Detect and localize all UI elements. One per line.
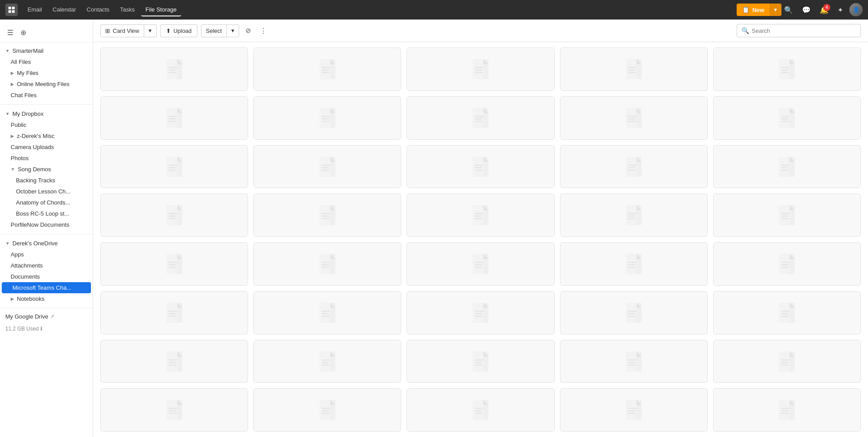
sidebar-item-z-derek[interactable]: ▶ z-Derek's Misc [0,130,93,142]
file-card[interactable]: ⋮ AustinRestaurants.txt [713,388,861,432]
app-icon[interactable] [5,4,18,16]
file-card[interactable]: ⋮ 026695; SMARTERTOO; G... 1.3 MB Privat… [253,47,401,91]
nav-email[interactable]: Email [23,4,47,16]
file-card[interactable]: ⋮ App_Store_Panel-2.png 544.4 KB Private [406,291,554,335]
file-card[interactable]: ⋮ 2023-04-20 09_0636.png 23.8 KB Private [100,145,248,189]
sidebar-item-myfiles[interactable]: ▶ My Files [0,67,93,79]
file-card[interactable]: ⋮ 7132020-authNet-refund.p... 285.2 KB P… [713,193,861,237]
sidebar-item-dropbox[interactable]: ▼ My Dropbox [0,108,93,119]
sidebar-item-attachments[interactable]: Attachments [0,260,93,271]
select-button[interactable]: Select [201,24,227,37]
svg-rect-45 [322,121,330,122]
file-card[interactable]: ⋮ App_Store_Panel-3.png 297.6 KB Private [560,291,708,335]
sidebar-item-backing-tracks[interactable]: Backing Tracks [0,175,93,186]
file-card[interactable]: ⋮ 2_GE3TQNRUG43TKMBTG... 2.9 KB Private [253,96,401,140]
file-card[interactable]: ⋮ 600px-lc_lock_outline_48p... 35.9 KB P… [406,193,554,237]
new-button-dropdown[interactable]: ▼ [769,4,781,16]
nav-tasks[interactable]: Tasks [116,4,139,16]
file-card[interactable]: ⋮ 91chargeback.PNG 81.5 KB Private [253,242,401,286]
sidebar: ☰ ⊕ ▼ SmarterMail All Files ▶ My Files ▶… [0,20,93,437]
sidebar-item-photos[interactable]: Photos [0,153,93,164]
file-card[interactable]: ⋮ 11-22 1.txt 1 KB Private [560,47,708,91]
nav-filestorage[interactable]: File Storage [141,4,181,16]
svg-rect-31 [781,67,790,68]
file-card[interactable]: ⋮ App_Store_Panel-8.png 491.5 KB Private [560,340,708,383]
search-nav-button[interactable]: 🔍 [781,3,796,17]
chat-button[interactable]: 💬 [799,3,813,17]
file-card[interactable]: ⋮ Amazon-PoD.PNG 91.5 KB Private [253,291,401,335]
file-card[interactable]: ⋮ AlejandroNunez.pdf 50.8 KB Private [713,242,861,286]
sidebar-item-chat-files[interactable]: Chat Files [0,90,93,101]
file-card[interactable]: ⋮ 3. Vendor Form- Smarterto... 212.6 KB … [560,145,708,189]
file-card[interactable]: ⋮ App_Store_Panel-4.png 701.3 KB Private [713,291,861,335]
search-input[interactable] [752,28,856,34]
sidebar-item-boss-rc[interactable]: Boss RC-5 Loop st... [0,208,93,219]
upload-button[interactable]: ⬆ Upload [160,24,197,37]
file-card[interactable]: ⋮ 11-22.txt 1 KB Private [713,47,861,91]
nav-contacts[interactable]: Contacts [82,4,114,16]
file-thumbnail: ⋮ [714,194,860,237]
filter-button[interactable]: ⊘ [243,24,254,37]
select-dropdown[interactable]: ▼ [227,24,239,37]
sidebar-item-ms-teams[interactable]: Microsoft Teams Cha... [2,282,91,293]
file-card[interactable]: ⋮ 2120165106-7d474912c5... 104.3 KB Priv… [253,145,401,189]
card-view-button[interactable]: ⊞ Card View [100,24,144,37]
sidebar-item-smartermail[interactable]: ▼ SmarterMail [0,45,93,56]
file-card[interactable]: ⋮ 0spam.txt 3.3 KB Private [406,47,554,91]
sidebar-item-porfilenow[interactable]: PorfileNow Documents [0,219,93,230]
file-card[interactable]: ⋮ 30ae40f3-3add-4386-a78b... 52.9 KB Pri… [713,145,861,189]
file-card[interactable]: ⋮ Arizona-Medical-Power-of-... [253,388,401,432]
sidebar-item-october-lesson[interactable]: October Lesson Ch... [0,186,93,197]
svg-rect-159 [169,315,177,316]
sidebar-item-google-drive[interactable]: My Google Drive ↗ [0,311,93,322]
sidebar-item-allfiles[interactable]: All Files [0,56,93,67]
sidebar-item-apps[interactable]: Apps [0,249,93,260]
sidebar-item-anatomy[interactable]: Anatomy of Chords... [0,197,93,208]
sidebar-add[interactable]: ⊕ [19,27,28,39]
file-card[interactable]: ⋮ App_Store_Panel-6.png 440.6 KB Private [253,340,401,383]
file-card[interactable]: ⋮ ASPNix_CaseStudy.pdf [560,388,708,432]
nav-calendar[interactable]: Calendar [48,4,81,16]
svg-rect-105 [322,218,330,219]
file-card[interactable]: ⋮ 3dMark-benchmark.PNG 1.2 MB Private [253,193,401,237]
settings-button[interactable]: ✦ [835,3,846,17]
file-card[interactable]: ⋮ 2021 New Retail and Leas... 109.5 KB P… [713,96,861,140]
card-view-dropdown[interactable]: ▼ [144,24,157,37]
file-card[interactable]: ⋮ 1234890.PNG 2.8 MB Private [100,96,248,140]
sidebar-item-public[interactable]: Public [0,119,93,130]
file-card[interactable]: ⋮ App_Store_Panel-7.png 241.2 KB Private [406,340,554,383]
file-card[interactable]: ⋮ App_Store_Panel-5.png 799.1 KB Private [100,340,248,383]
file-card[interactable]: ⋮ Aruba_SoW_Signed.pdf [406,388,554,432]
file-card[interactable]: ⋮ 9F21FD2E-9A5B-49F7-A06... 1.3 MB Priva… [560,242,708,286]
svg-rect-59 [779,108,790,128]
sidebar-item-notebooks[interactable]: ▶ Notebooks [0,293,93,304]
sidebar-item-camera-uploads[interactable]: Camera Uploads [0,142,93,153]
file-card[interactable]: ⋮ 9847asdfpoyie.PNG 36.5 KB Private [406,242,554,286]
sidebar-item-song-demos[interactable]: ▼ Song Demos [0,164,93,175]
file-card[interactable]: ⋮ Amazon.com - Order 114-... 114.6 KB Pr… [100,291,248,335]
svg-rect-188 [169,362,176,362]
grid-icon: ⊞ [105,28,110,34]
file-card[interactable]: ⋮ 2-23_BETA.txt 3.9 KB Private [406,145,554,189]
svg-rect-86 [628,167,635,168]
avatar[interactable]: 👤 [849,3,863,16]
svg-rect-99 [169,218,177,219]
file-card[interactable]: ⋮ 7822D398-EC46-4A4D-920... 69.0 KB Priv… [100,242,248,286]
sidebar-toggle[interactable]: ☰ [5,27,15,39]
svg-rect-26 [628,70,635,71]
file-card[interactable]: ⋮ 2020-BalanceSheet.pdf 35.1 KB Private [406,96,554,140]
file-type-icon [470,351,491,374]
file-card[interactable]: ⋮ Archive.zip [100,388,248,432]
file-card[interactable]: ⋮ 2020-ProfitandLoss.pdf 36.0 KB Private [560,96,708,140]
sidebar-item-onedrive[interactable]: ▼ Derek's OneDrive [0,238,93,249]
file-card[interactable]: ⋮ _.smartertools.com.zip 6.4 KB Private [100,47,248,91]
new-button[interactable]: 📋 New [737,4,769,16]
svg-rect-35 [166,108,177,128]
svg-rect-98 [169,216,176,217]
file-card[interactable]: ⋮ 3603-chargeback.pdf 472.7 KB Private [100,193,248,237]
file-card[interactable]: ⋮ Archive Messages.zip 12.4 KB Private [713,340,861,383]
sidebar-item-documents[interactable]: Documents [0,271,93,282]
sidebar-item-online-meeting[interactable]: ▶ Online Meeting Files [0,79,93,90]
file-card[interactable]: ⋮ 6-2.txt 1.2 KB Private [560,193,708,237]
more-options-button[interactable]: ⋮ [257,24,269,37]
